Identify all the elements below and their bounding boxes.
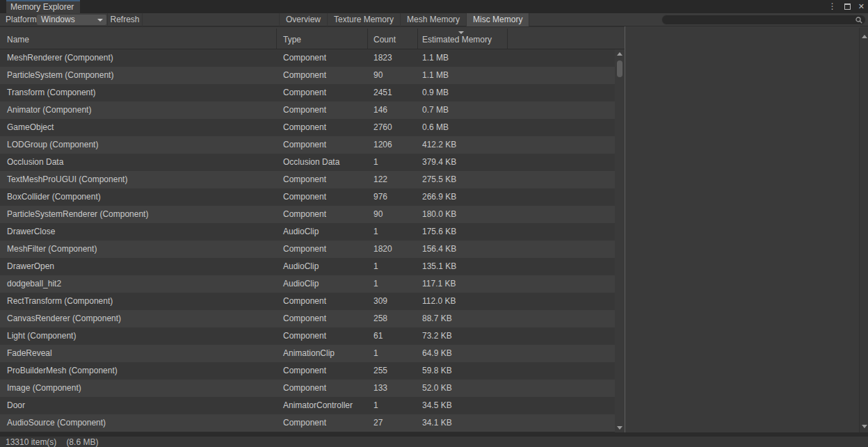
titlebar: Memory Explorer ⋮ ✕ — [0, 0, 868, 13]
scrollbar-thumb[interactable] — [617, 60, 622, 77]
cell-type: AnimatorController — [283, 397, 353, 414]
table-row[interactable]: Transform (Component)Component24510.9 MB — [0, 84, 615, 101]
cell-name: TextMeshProUGUI (Component) — [7, 171, 127, 188]
cell-memory: 0.6 MB — [422, 119, 449, 136]
cell-count: 1823 — [373, 49, 392, 67]
table-row[interactable]: dodgeball_hit2AudioClip1117.1 KB — [0, 275, 615, 293]
cell-type: Component — [283, 414, 326, 432]
close-icon[interactable]: ✕ — [858, 0, 865, 13]
cell-count: 1820 — [373, 241, 392, 258]
table-row[interactable]: Animator (Component)Component1460.7 MB — [0, 101, 615, 119]
column-divider[interactable] — [367, 29, 368, 49]
cell-name: Occlusion Data — [7, 154, 63, 171]
column-header-type[interactable]: Type — [283, 35, 301, 44]
table-row[interactable]: DoorAnimatorController134.5 KB — [0, 397, 615, 414]
cell-type: Component — [283, 206, 326, 223]
cell-memory: 156.4 KB — [422, 241, 456, 258]
table-row[interactable]: BoxCollider (Component)Component976266.9… — [0, 188, 615, 206]
kebab-menu-icon[interactable]: ⋮ — [828, 0, 837, 13]
cell-name: BoxCollider (Component) — [7, 188, 101, 206]
column-header-estimated-memory[interactable]: Estimated Memory — [422, 35, 492, 44]
cell-count: 1 — [373, 258, 378, 275]
chevron-down-icon — [97, 19, 103, 22]
scroll-down-icon[interactable] — [862, 425, 867, 428]
cell-type: AudioClip — [283, 258, 319, 275]
column-divider[interactable] — [276, 29, 277, 49]
column-divider[interactable] — [417, 29, 418, 49]
scroll-down-icon[interactable] — [617, 426, 622, 430]
table-row[interactable]: LODGroup (Component)Component1206412.2 K… — [0, 136, 615, 154]
cell-memory: 175.6 KB — [422, 223, 456, 241]
view-tab-mesh-memory[interactable]: Mesh Memory — [400, 13, 466, 26]
table-row[interactable]: MeshFilter (Component)Component1820156.4… — [0, 241, 615, 258]
cell-count: 122 — [373, 171, 387, 188]
scroll-up-icon[interactable] — [862, 35, 867, 38]
cell-count: 90 — [373, 206, 383, 223]
cell-memory: 88.7 KB — [422, 310, 452, 327]
table-row[interactable]: TextMeshProUGUI (Component)Component1222… — [0, 171, 615, 188]
cell-memory: 1.1 MB — [422, 49, 449, 67]
cell-memory: 275.5 KB — [422, 171, 456, 188]
table-row[interactable]: DrawerCloseAudioClip1175.6 KB — [0, 223, 615, 241]
cell-type: Component — [283, 310, 326, 327]
column-header-name[interactable]: Name — [7, 35, 29, 44]
cell-count: 1206 — [373, 136, 392, 154]
column-header-count[interactable]: Count — [373, 35, 396, 44]
table-row[interactable]: FadeRevealAnimationClip164.9 KB — [0, 345, 615, 362]
cell-count: 1 — [373, 275, 378, 293]
cell-count: 61 — [373, 327, 383, 345]
table-row[interactable]: MeshRenderer (Component)Component18231.1… — [0, 49, 615, 67]
maximize-icon[interactable] — [844, 3, 851, 10]
cell-memory: 180.0 KB — [422, 206, 456, 223]
status-total-size: (8.6 MB) — [66, 437, 98, 447]
cell-type: Component — [283, 101, 326, 119]
table-row[interactable]: Light (Component)Component6173.2 KB — [0, 327, 615, 345]
table-row[interactable]: ParticleSystemRenderer (Component)Compon… — [0, 206, 615, 223]
cell-count: 309 — [373, 293, 387, 310]
table-row[interactable]: GameObjectComponent27600.6 MB — [0, 119, 615, 136]
cell-type: Component — [283, 49, 326, 67]
cell-memory: 412.2 KB — [422, 136, 456, 154]
table-row[interactable]: Image (Component)Component13352.0 KB — [0, 380, 615, 397]
table-row[interactable]: Occlusion DataOcclusion Data1379.4 KB — [0, 154, 615, 171]
table-row[interactable]: ProBuilderMesh (Component)Component25559… — [0, 362, 615, 380]
cell-count: 2451 — [373, 84, 392, 101]
table-row[interactable]: AudioSource (Component)Component2734.1 K… — [0, 414, 615, 432]
cell-name: ParticleSystem (Component) — [7, 67, 113, 84]
cell-memory: 135.1 KB — [422, 258, 456, 275]
view-tab-misc-memory[interactable]: Misc Memory — [466, 13, 529, 26]
cell-count: 1 — [373, 154, 378, 171]
cell-type: Component — [283, 84, 326, 101]
view-tab-texture-memory[interactable]: Texture Memory — [327, 13, 400, 26]
cell-memory: 34.5 KB — [422, 397, 452, 414]
cell-name: RectTransform (Component) — [7, 293, 113, 310]
search-box[interactable] — [661, 15, 866, 25]
refresh-button[interactable]: Refresh — [107, 13, 143, 26]
tab-memory-explorer[interactable]: Memory Explorer — [6, 0, 80, 13]
window-controls: ⋮ ✕ — [828, 0, 865, 13]
cell-count: 90 — [373, 67, 383, 84]
memory-explorer-window: Memory Explorer ⋮ ✕ Platform Windows Ref… — [0, 0, 868, 447]
details-panel-scrollbar[interactable] — [859, 28, 868, 432]
scroll-up-icon[interactable] — [617, 52, 622, 56]
cell-name: ProBuilderMesh (Component) — [7, 362, 118, 380]
cell-name: Image (Component) — [7, 380, 81, 397]
view-tab-overview[interactable]: Overview — [279, 13, 327, 26]
status-bar: 13310 item(s) (8.6 MB) — [0, 437, 868, 447]
cell-name: Transform (Component) — [7, 84, 96, 101]
cell-memory: 64.9 KB — [422, 345, 452, 362]
cell-count: 1 — [373, 223, 378, 241]
table-scrollbar[interactable] — [615, 49, 625, 432]
platform-dropdown[interactable]: Windows — [37, 15, 106, 25]
table-row[interactable]: RectTransform (Component)Component309112… — [0, 293, 615, 310]
cell-type: AudioClip — [283, 275, 319, 293]
column-divider[interactable] — [507, 29, 508, 49]
cell-name: FadeReveal — [7, 345, 52, 362]
details-panel — [625, 26, 868, 432]
cell-name: GameObject — [7, 119, 54, 136]
table-row[interactable]: DrawerOpenAudioClip1135.1 KB — [0, 258, 615, 275]
search-input[interactable] — [667, 15, 853, 24]
table-row[interactable]: ParticleSystem (Component)Component901.1… — [0, 67, 615, 84]
table-row[interactable]: CanvasRenderer (Component)Component25888… — [0, 310, 615, 327]
cell-name: DrawerOpen — [7, 258, 54, 275]
